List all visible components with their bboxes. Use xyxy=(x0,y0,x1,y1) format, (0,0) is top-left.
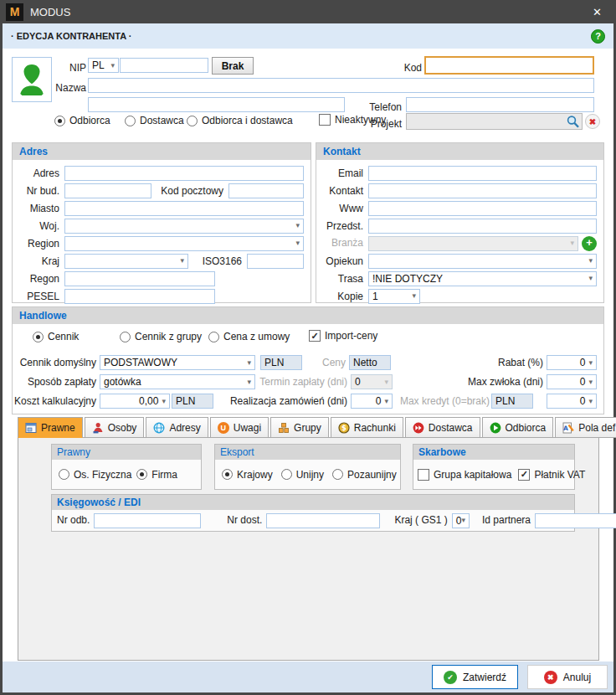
cennik-z-grupy-radio-label: Cennik z grupy xyxy=(135,331,202,342)
odbiorca-radio-label: Odbiorca xyxy=(69,115,110,126)
max-zwloka-select[interactable]: 0 xyxy=(547,374,597,389)
telefon-input[interactable] xyxy=(406,97,594,112)
search-icon[interactable] xyxy=(566,115,580,129)
termin-zaplaty-select: 0 xyxy=(351,374,393,389)
prawny-group-title: Prawny xyxy=(52,445,201,460)
nip-input[interactable] xyxy=(120,58,208,73)
opiekun-select[interactable] xyxy=(368,254,597,269)
rabat-select[interactable]: 0 xyxy=(547,355,597,370)
cennik-radio[interactable]: Cennik xyxy=(33,331,79,342)
cena-z-umowy-radio[interactable]: Cena z umowy xyxy=(208,331,290,342)
tab-grupy[interactable]: Grupy xyxy=(270,417,329,438)
realizacja-select[interactable]: 0 xyxy=(351,394,393,409)
cennik-z-grupy-radio[interactable]: Cennik z grupy xyxy=(120,331,202,342)
chevron-down-icon xyxy=(110,62,115,70)
chevron-down-icon xyxy=(570,239,574,247)
projekt-label: Projekt xyxy=(353,116,402,132)
pozaunijny-radio[interactable]: Pozaunijny xyxy=(332,469,397,481)
grupa-kapitalowa-checkbox[interactable]: Grupa kapitałowa xyxy=(418,469,511,481)
realizacja-value: 0 xyxy=(376,395,385,407)
krajowy-radio[interactable]: Krajowy xyxy=(222,469,273,481)
email-input[interactable] xyxy=(368,166,597,181)
nip-country-value: PL xyxy=(92,59,105,71)
os-fizyczna-radio[interactable]: Os. Fizyczna xyxy=(59,469,131,481)
add-branza-icon[interactable] xyxy=(582,236,597,251)
kraj-select[interactable] xyxy=(64,254,188,269)
radio-dot-icon xyxy=(208,332,219,342)
miasto-label: Miasto xyxy=(13,203,64,214)
anuluj-button-label: Anuluj xyxy=(563,672,591,683)
platnik-vat-checkbox[interactable]: Płatnik VAT xyxy=(518,469,585,481)
coin-icon: $ xyxy=(338,422,350,434)
close-icon[interactable]: ✕ xyxy=(584,4,610,20)
nip-country-select[interactable]: PL xyxy=(88,58,119,73)
cennik-domyslny-value: PODSTAWOWY xyxy=(104,357,177,368)
iso3166-input[interactable] xyxy=(247,254,304,269)
nr-odb-input[interactable] xyxy=(94,513,201,528)
tab-adresy-label: Adresy xyxy=(169,422,200,434)
koszt-kalkulacyjny-select[interactable]: 0,00 xyxy=(100,394,170,409)
nr-dost-input[interactable] xyxy=(266,513,380,528)
sposob-zaplaty-select[interactable]: gotówka xyxy=(100,374,255,389)
pesel-input[interactable] xyxy=(64,289,215,304)
nazwa2-input[interactable] xyxy=(88,97,345,112)
nazwa-input[interactable] xyxy=(88,78,594,93)
nr-bud-input[interactable] xyxy=(64,183,151,198)
kopie-select[interactable]: 1 xyxy=(368,289,420,304)
przedst-input[interactable] xyxy=(368,219,597,234)
tab-uwagi[interactable]: U Uwagi xyxy=(210,417,269,438)
play-icon xyxy=(490,422,501,434)
kontakt-panel-title: Kontakt xyxy=(316,143,603,160)
top-form: NIP PL Brak Kod Nazwa Telefon Odbiorca xyxy=(12,50,604,132)
anuluj-button[interactable]: Anuluj xyxy=(527,665,608,689)
unijny-radio[interactable]: Unijny xyxy=(281,469,324,481)
rabat-value: 0 xyxy=(580,357,589,368)
cennik-domyslny-select[interactable]: PODSTAWOWY xyxy=(100,355,255,370)
help-icon[interactable]: ? xyxy=(591,29,605,44)
clear-projekt-icon[interactable] xyxy=(585,114,600,129)
tab-grupy-label: Grupy xyxy=(294,422,321,434)
kraj-gs1-select[interactable]: 0 xyxy=(452,513,470,528)
chevron-down-icon xyxy=(588,398,593,405)
ksiegowosc-edi-group-title: Księgowość / EDI xyxy=(52,495,574,510)
nr-bud-label: Nr bud. xyxy=(13,185,64,197)
brak-button[interactable]: Brak xyxy=(212,57,254,75)
trasa-select[interactable]: !NIE DOTYCZY xyxy=(368,271,597,286)
realizacja-label: Realizacja zamówień (dni) xyxy=(217,394,347,409)
id-partnera-input[interactable] xyxy=(535,513,616,528)
kontakt-input[interactable] xyxy=(368,183,597,198)
check-circle-icon xyxy=(444,671,457,684)
adres-input[interactable] xyxy=(64,166,304,181)
projekt-field xyxy=(406,113,583,130)
tab-pola-def[interactable]: A Pola def. xyxy=(555,417,616,438)
window-title: MODUS xyxy=(30,6,70,18)
max-kredyt-waluta-readonly: PLN xyxy=(491,394,533,409)
email-label: Email xyxy=(316,167,368,179)
max-kredyt-select[interactable]: 0 xyxy=(547,394,597,409)
u-badge-icon: U xyxy=(218,422,229,434)
firma-radio[interactable]: Firma xyxy=(136,469,177,481)
regon-input[interactable] xyxy=(64,271,215,286)
tab-odbiorca[interactable]: Odbiorca xyxy=(482,417,554,438)
woj-select[interactable] xyxy=(64,219,304,234)
tab-rachunki[interactable]: $ Rachunki xyxy=(331,417,403,438)
www-input[interactable] xyxy=(368,201,597,216)
tab-pola-def-label: Pola def. xyxy=(578,422,616,434)
adres-panel: Adres Adres Nr bud. Kod pocztowy Miasto … xyxy=(12,142,311,303)
tab-adresy[interactable]: Adresy xyxy=(146,417,208,438)
region-select[interactable] xyxy=(64,236,304,251)
kod-input[interactable] xyxy=(424,56,594,75)
iso3166-label: ISO3166 xyxy=(188,255,247,267)
tab-prawne[interactable]: Prawne xyxy=(18,417,83,438)
odbiorca-i-dostawca-radio-label: Odbiorca i dostawca xyxy=(202,115,293,126)
tab-dostawca[interactable]: Dostawca xyxy=(405,417,480,438)
handlowe-panel: Handlowe Cennik Cennik z grupy Cena z um… xyxy=(12,306,604,414)
zatwierdz-button[interactable]: Zatwierdź xyxy=(432,665,518,689)
odbiorca-i-dostawca-radio[interactable]: Odbiorca i dostawca xyxy=(187,115,293,126)
dostawca-radio[interactable]: Dostawca xyxy=(125,115,184,126)
kod-pocztowy-input[interactable] xyxy=(228,183,304,198)
miasto-input[interactable] xyxy=(64,201,304,216)
odbiorca-radio[interactable]: Odbiorca xyxy=(54,115,110,126)
import-ceny-checkbox[interactable]: Import-ceny xyxy=(309,330,377,342)
tab-osoby[interactable]: Osoby xyxy=(85,417,145,438)
